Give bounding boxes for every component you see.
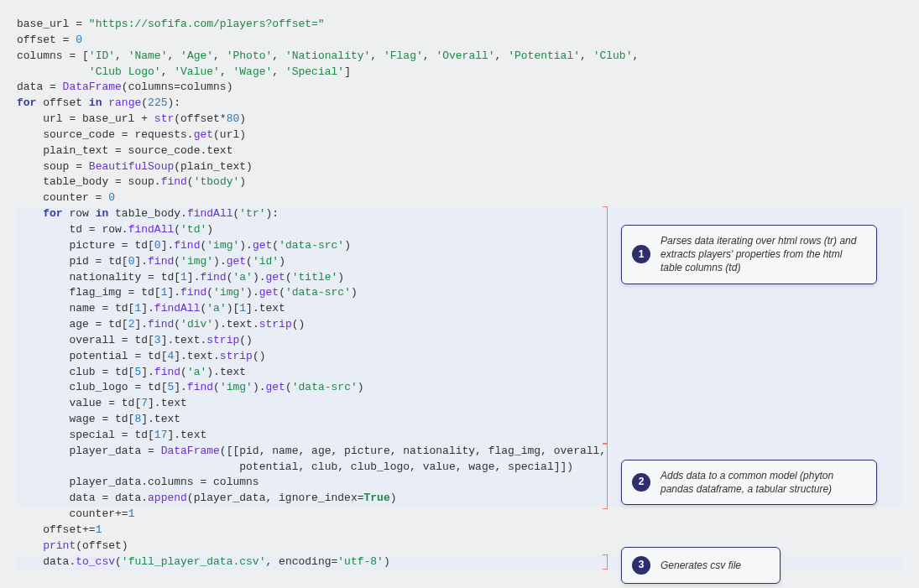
annotation-text: Parses data iterating over html rows (tr… (661, 234, 866, 275)
bracket-1 (603, 206, 608, 444)
annotation-1: 1 Parses data iterating over html rows (… (621, 225, 877, 284)
code-line: soup = BeautifulSoup(plain_text) (17, 159, 902, 175)
code-line: potential = td[4].text.strip() (17, 349, 902, 365)
code-line: wage = td[8].text (17, 412, 902, 428)
code-line: overall = td[3].text.strip() (17, 333, 902, 349)
code-line: value = td[7].text (17, 396, 902, 412)
code-line: counter+=1 (17, 507, 902, 523)
annotation-badge: 3 (632, 556, 650, 575)
bracket-3 (603, 554, 608, 570)
code-line: data = DataFrame(columns=columns) (17, 80, 902, 96)
code-line: for row in table_body.findAll('tr'): (17, 206, 902, 222)
annotation-text: Generates csv file (661, 559, 770, 572)
annotation-2: 2 Adds data to a common model (phyton pa… (621, 460, 877, 505)
annotation-text: Adds data to a common model (phyton pand… (661, 469, 866, 496)
code-line: columns = ['ID', 'Name', 'Age', 'Photo',… (17, 49, 902, 65)
annotation-badge: 1 (632, 245, 650, 263)
code-line: url = base_url + str(offset*80) (17, 112, 902, 127)
code-line: name = td[1].findAll('a')[1].text (17, 301, 902, 317)
code-line: club = td[5].find('a').text (17, 365, 902, 381)
code-line: player_data = DataFrame([[pid, name, age… (17, 444, 902, 460)
code-line: plain_text = source_code.text (17, 143, 902, 159)
code-line: source_code = requests.get(url) (17, 127, 902, 143)
code-line: flag_img = td[1].find('img').get('data-s… (17, 285, 902, 301)
annotation-3: 3 Generates csv file (621, 547, 781, 584)
code-line: table_body = soup.find('tbody') (17, 174, 902, 190)
code-line: for offset in range(225): (17, 96, 902, 112)
code-line: age = td[2].find('div').text.strip() (17, 317, 902, 333)
code-line: special = td[17].text (17, 428, 902, 444)
code-line: offset = 0 (17, 33, 902, 49)
code-line: offset+=1 (17, 523, 902, 539)
code-line: base_url = "https://sofifa.com/players?o… (17, 17, 902, 33)
code-line: counter = 0 (17, 190, 902, 206)
bracket-2 (603, 444, 608, 509)
code-line: 'Club Logo', 'Value', 'Wage', 'Special'] (17, 65, 902, 81)
code-line: club_logo = td[5].find('img').get('data-… (17, 380, 902, 396)
annotation-badge: 2 (632, 473, 650, 492)
